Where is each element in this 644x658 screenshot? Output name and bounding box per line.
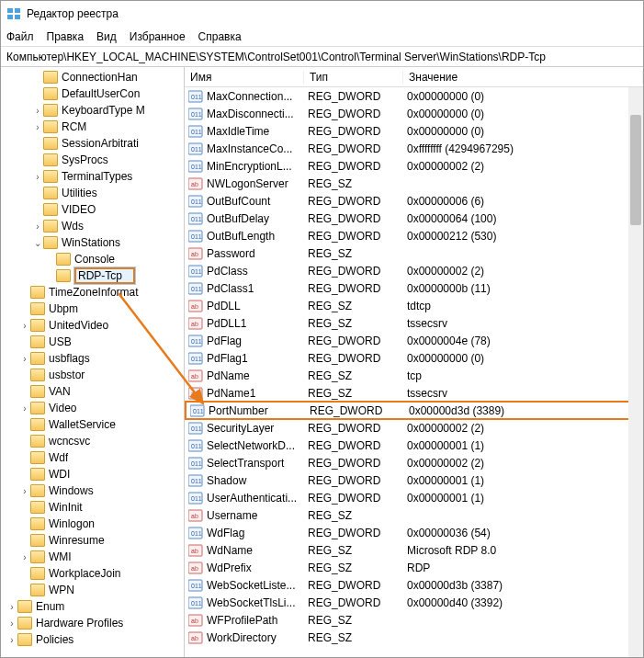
list-row[interactable]: abWFProfilePathREG_SZ xyxy=(185,611,643,629)
list-row[interactable]: abWdPrefixREG_SZRDP xyxy=(185,559,643,576)
list-row[interactable]: 011PdClassREG_DWORD0x00000002 (2) xyxy=(185,262,643,279)
col-type[interactable]: Тип xyxy=(304,71,403,84)
list-row[interactable]: 011MaxInstanceCo...REG_DWORD0xffffffff (… xyxy=(185,140,643,157)
list-row[interactable]: 011PdClass1REG_DWORD0x0000000b (11) xyxy=(185,279,643,297)
list-row[interactable]: 011PortNumberREG_DWORD0x00000d3d (3389) xyxy=(185,401,641,420)
tree-label: RDP-Tcp xyxy=(74,267,135,284)
menu-view[interactable]: Вид xyxy=(96,30,117,43)
list-row[interactable]: 011OutBufDelayREG_DWORD0x00000064 (100) xyxy=(185,210,643,227)
tree-item[interactable]: Console xyxy=(1,251,184,267)
list-row[interactable]: abPasswordREG_SZ xyxy=(185,244,643,262)
list-row[interactable]: 011SelectTransportREG_DWORD0x00000002 (2… xyxy=(185,454,643,471)
tree-item[interactable]: ›RCM xyxy=(1,119,184,135)
chevron-right-icon[interactable]: › xyxy=(6,602,17,612)
list-row[interactable]: 011PdFlagREG_DWORD0x0000004e (78) xyxy=(185,332,643,349)
list-row[interactable]: 011SelectNetworkD...REG_DWORD0x00000001 … xyxy=(185,437,643,454)
list-row[interactable]: 011MaxIdleTimeREG_DWORD0x00000000 (0) xyxy=(185,122,643,140)
tree-item[interactable]: wcncsvc xyxy=(1,433,184,449)
list-row[interactable]: 011WdFlagREG_DWORD0x00000036 (54) xyxy=(185,524,643,541)
tree-item[interactable]: Winresume xyxy=(1,532,184,549)
tree-item[interactable]: ›Policies xyxy=(1,631,184,648)
tree-item[interactable]: ›WMI xyxy=(1,549,184,565)
address-bar[interactable]: Компьютер\HKEY_LOCAL_MACHINE\SYSTEM\Cont… xyxy=(1,47,643,67)
tree-item[interactable]: ›Enum xyxy=(1,598,184,615)
list-row[interactable]: 011MaxDisconnecti...REG_DWORD0x00000000 … xyxy=(185,105,643,122)
tree-item[interactable]: DefaultUserCon xyxy=(1,85,184,102)
tree-item[interactable]: ›usbflags xyxy=(1,350,184,367)
list-row[interactable]: 011SecurityLayerREG_DWORD0x00000002 (2) xyxy=(185,419,643,437)
list-row[interactable]: 011MinEncryptionL...REG_DWORD0x00000002 … xyxy=(185,157,643,175)
menu-help[interactable]: Справка xyxy=(198,30,242,43)
chevron-right-icon[interactable]: › xyxy=(32,122,43,132)
chevron-right-icon[interactable]: › xyxy=(19,354,30,364)
list-row[interactable]: 011MaxConnection...REG_DWORD0x00000000 (… xyxy=(185,87,643,105)
value-name: PdFlag xyxy=(207,335,308,347)
tree-item[interactable]: ›TerminalTypes xyxy=(1,168,184,185)
tree-panel[interactable]: ConnectionHanDefaultUserCon›KeyboardType… xyxy=(1,67,185,657)
value-name: PdClass1 xyxy=(207,282,308,295)
tree-item[interactable]: WalletService xyxy=(1,416,184,433)
chevron-right-icon[interactable]: › xyxy=(6,618,17,629)
tree-item[interactable]: ›Wds xyxy=(1,218,184,234)
list-row[interactable]: 011OutBufCountREG_DWORD0x00000006 (6) xyxy=(185,192,643,210)
chevron-right-icon[interactable]: › xyxy=(32,106,43,116)
tree-item[interactable]: ⌄WinStations xyxy=(1,234,184,251)
tree-item[interactable]: Utilities xyxy=(1,185,184,201)
tree-item[interactable]: Ubpm xyxy=(1,301,184,317)
list-row[interactable]: abPdName1REG_SZtssecsrv xyxy=(185,384,643,402)
list-row[interactable]: 011ShadowREG_DWORD0x00000001 (1) xyxy=(185,471,643,489)
list-row[interactable]: 011UserAuthenticati...REG_DWORD0x0000000… xyxy=(185,489,643,506)
menu-favorites[interactable]: Избранное xyxy=(130,30,186,43)
tree-item[interactable]: ›Hardware Profiles xyxy=(1,615,184,631)
scrollbar-thumb[interactable] xyxy=(630,115,641,225)
list-row[interactable]: abWdNameREG_SZMicrosoft RDP 8.0 xyxy=(185,541,643,559)
chevron-right-icon[interactable]: › xyxy=(32,221,43,232)
tree-item[interactable]: ›KeyboardType M xyxy=(1,102,184,119)
list-row[interactable]: 011WebSocketTlsLi...REG_DWORD0x00000d40 … xyxy=(185,594,643,611)
tree-item[interactable]: TimeZoneInformat xyxy=(1,284,184,301)
tree-item[interactable]: SessionArbitrati xyxy=(1,135,184,152)
tree-item[interactable]: Winlogon xyxy=(1,516,184,532)
menu-edit[interactable]: Правка xyxy=(47,30,85,43)
tree-item[interactable]: VIDEO xyxy=(1,201,184,218)
list-body[interactable]: 011MaxConnection...REG_DWORD0x00000000 (… xyxy=(185,87,643,657)
tree-item[interactable]: WDI xyxy=(1,466,184,482)
tree-item[interactable]: ›UnitedVideo xyxy=(1,317,184,334)
tree-item[interactable]: SysProcs xyxy=(1,152,184,168)
value-name: WdFlag xyxy=(207,527,308,539)
chevron-down-icon[interactable]: ⌄ xyxy=(32,238,43,248)
folder-icon xyxy=(30,385,45,398)
tree-item[interactable]: ›Video xyxy=(1,400,184,416)
tree-item[interactable]: WorkplaceJoin xyxy=(1,565,184,582)
tree-item[interactable]: USB xyxy=(1,334,184,350)
tree-item[interactable]: VAN xyxy=(1,383,184,400)
tree-item[interactable]: WinInit xyxy=(1,499,184,516)
tree-item[interactable]: ›Windows xyxy=(1,482,184,499)
tree-item[interactable]: WPN xyxy=(1,582,184,598)
col-name[interactable]: Имя xyxy=(185,71,304,84)
chevron-right-icon[interactable]: › xyxy=(19,552,30,562)
list-row[interactable]: abPdDLL1REG_SZtssecsrv xyxy=(185,314,643,332)
binary-icon: 011 xyxy=(188,474,203,487)
list-row[interactable]: 011PdFlag1REG_DWORD0x00000000 (0) xyxy=(185,349,643,367)
list-row[interactable]: abNWLogonServerREG_SZ xyxy=(185,175,643,192)
vertical-scrollbar[interactable] xyxy=(628,87,643,657)
chevron-right-icon[interactable]: › xyxy=(19,321,30,331)
list-row[interactable]: abPdNameREG_SZtcp xyxy=(185,367,643,384)
tree-item[interactable]: RDP-Tcp xyxy=(1,267,184,284)
chevron-right-icon[interactable]: › xyxy=(19,403,30,414)
tree-item[interactable]: usbstor xyxy=(1,367,184,383)
tree-item[interactable]: Wdf xyxy=(1,449,184,466)
menu-file[interactable]: Файл xyxy=(6,30,34,43)
col-value[interactable]: Значение xyxy=(403,71,643,84)
value-data: 0x0000004e (78) xyxy=(407,335,643,347)
list-row[interactable]: abUsernameREG_SZ xyxy=(185,506,643,524)
tree-item[interactable]: ConnectionHan xyxy=(1,69,184,85)
list-row[interactable]: 011WebSocketListe...REG_DWORD0x00000d3b … xyxy=(185,576,643,594)
chevron-right-icon[interactable]: › xyxy=(32,172,43,182)
chevron-right-icon[interactable]: › xyxy=(6,635,17,645)
list-row[interactable]: abPdDLLREG_SZtdtcp xyxy=(185,297,643,314)
list-row[interactable]: abWorkDirectoryREG_SZ xyxy=(185,629,643,646)
list-row[interactable]: 011OutBufLengthREG_DWORD0x00000212 (530) xyxy=(185,227,643,244)
chevron-right-icon[interactable]: › xyxy=(19,486,30,496)
